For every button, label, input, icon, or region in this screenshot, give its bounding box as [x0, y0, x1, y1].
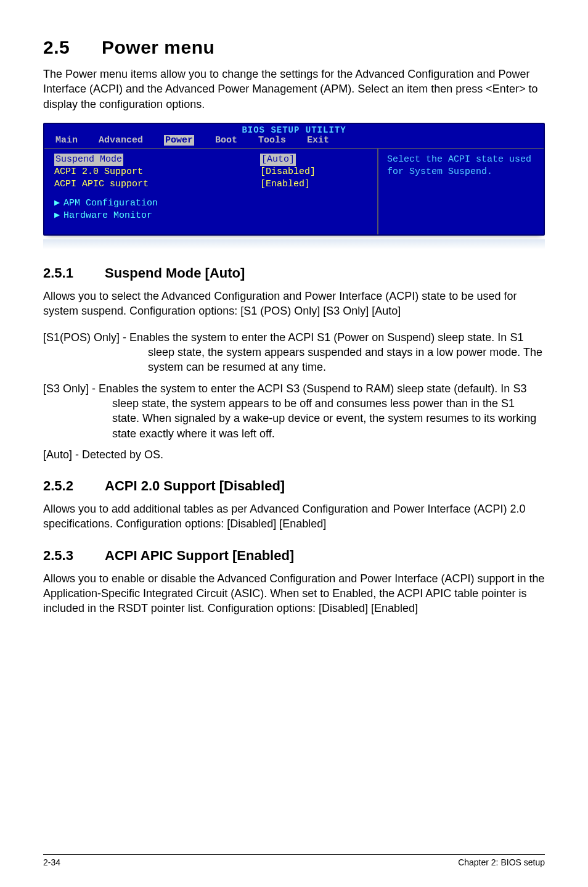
subsection-2-5-3-heading: 2.5.3ACPI APIC Support [Enabled] — [43, 548, 545, 564]
section-number: 2.5 — [43, 37, 102, 58]
sub1-s1-body: Enables the system to enter the ACPI S1 … — [129, 331, 542, 374]
page-footer: 2-34 Chapter 2: BIOS setup — [43, 854, 545, 867]
sub1-s1-lead: [S1(POS) Only] - — [43, 331, 129, 344]
subsection-2-5-3-title: ACPI APIC Support [Enabled] — [105, 548, 294, 563]
bios-item-suspend-mode: Suspend Mode — [54, 154, 123, 166]
bios-tab-power: Power — [164, 135, 194, 146]
chevron-right-icon: ▶ — [54, 198, 60, 208]
bios-tab-boot: Boot — [215, 135, 237, 146]
bios-value-acpi20: [Disabled] — [260, 166, 371, 178]
subsection-2-5-1-heading: 2.5.1Suspend Mode [Auto] — [43, 265, 545, 281]
sub1-s3-body: Enables the system to enter the ACPI S3 … — [99, 382, 536, 440]
bios-fade — [43, 239, 545, 249]
subsection-2-5-1-title: Suspend Mode [Auto] — [105, 265, 245, 281]
sub1-paragraph-1: Allows you to select the Advanced Config… — [43, 289, 545, 319]
sub1-s1-item: [S1(POS) Only] - Enables the system to e… — [43, 330, 545, 375]
sub3-paragraph: Allows you to enable or disable the Adva… — [43, 571, 545, 616]
bios-value-acpi-apic: [Enabled] — [260, 178, 371, 191]
footer-page-number: 2-34 — [43, 857, 60, 867]
section-title: Power menu — [102, 37, 214, 57]
bios-values-pane: [Auto] [Disabled] [Enabled] — [254, 149, 377, 234]
bios-left-pane: Suspend Mode ACPI 2.0 Support ACPI APIC … — [44, 149, 254, 234]
chevron-right-icon: ▶ — [54, 210, 60, 221]
sub1-s3-item: [S3 Only] - Enables the system to enter … — [43, 381, 545, 441]
bios-sub-hardware-label: Hardware Monitor — [63, 210, 152, 221]
subsection-2-5-3-num: 2.5.3 — [43, 548, 105, 564]
bios-item-acpi-apic: ACPI APIC support — [54, 178, 244, 191]
section-heading: 2.5Power menu — [43, 37, 545, 58]
bios-tab-row: Main Advanced Power Boot Tools Exit — [44, 135, 544, 148]
bios-sub-apm-label: APM Configuration — [63, 198, 158, 208]
sub2-paragraph: Allows you to add additional tables as p… — [43, 501, 545, 532]
section-intro: The Power menu items allow you to change… — [43, 67, 545, 112]
bios-item-acpi20: ACPI 2.0 Support — [54, 166, 244, 178]
subsection-2-5-2-title: ACPI 2.0 Support [Disabled] — [105, 478, 285, 493]
bios-tab-tools: Tools — [258, 135, 286, 146]
subsection-2-5-2-num: 2.5.2 — [43, 478, 105, 494]
bios-tab-main: Main — [55, 135, 78, 146]
subsection-2-5-2-heading: 2.5.2ACPI 2.0 Support [Disabled] — [43, 478, 545, 494]
bios-sub-hardware: ▶Hardware Monitor — [54, 210, 244, 222]
bios-help-text: Select the ACPI state used for System Su… — [387, 154, 535, 179]
sub1-paragraph-2: [Auto] - Detected by OS. — [43, 447, 545, 462]
bios-tab-exit: Exit — [307, 135, 329, 146]
sub1-s3-lead: [S3 Only] - — [43, 382, 99, 395]
footer-chapter: Chapter 2: BIOS setup — [458, 857, 545, 867]
bios-screenshot: BIOS SETUP UTILITY Main Advanced Power B… — [43, 123, 545, 236]
bios-tab-advanced: Advanced — [99, 135, 143, 146]
bios-value-suspend: [Auto] — [260, 154, 296, 166]
bios-help-pane: Select the ACPI state used for System Su… — [377, 149, 544, 234]
subsection-2-5-1-num: 2.5.1 — [43, 265, 105, 281]
bios-title: BIOS SETUP UTILITY — [44, 124, 544, 135]
bios-sub-apm: ▶APM Configuration — [54, 197, 244, 210]
